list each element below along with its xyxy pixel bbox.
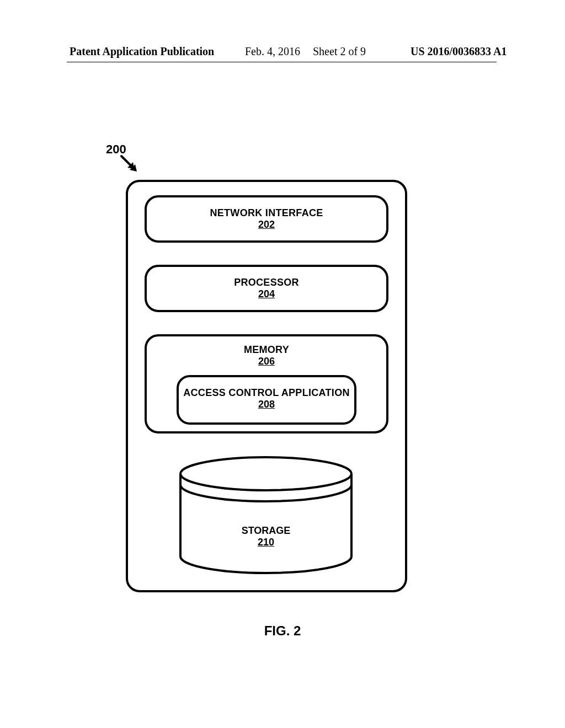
processor-label: PROCESSOR (147, 277, 386, 288)
device-block: NETWORK INTERFACE 202 PROCESSOR 204 MEMO… (126, 180, 407, 592)
reference-arrow-icon (119, 153, 141, 175)
header-rule (67, 62, 497, 62)
processor-num: 204 (147, 288, 386, 300)
access-control-block: ACCESS CONTROL APPLICATION 208 (177, 375, 356, 425)
header-docnum: US 2016/0036833 A1 (411, 45, 507, 58)
page: Patent Application Publication Feb. 4, 2… (0, 0, 565, 728)
storage-cylinder: STORAGE 210 (175, 454, 357, 576)
network-interface-label: NETWORK INTERFACE (147, 207, 386, 219)
memory-block: MEMORY 206 ACCESS CONTROL APPLICATION 20… (145, 334, 388, 433)
memory-label: MEMORY (147, 344, 386, 356)
access-control-label: ACCESS CONTROL APPLICATION (179, 387, 354, 399)
network-interface-block: NETWORK INTERFACE 202 (145, 195, 388, 243)
storage-num: 210 (175, 537, 357, 548)
svg-point-3 (180, 457, 351, 490)
storage-label: STORAGE (175, 525, 357, 537)
figure-caption: FIG. 2 (0, 623, 565, 639)
storage-label-group: STORAGE 210 (175, 525, 357, 548)
network-interface-num: 202 (147, 219, 386, 231)
header-date: Feb. 4, 2016 (245, 45, 300, 58)
memory-num: 206 (147, 356, 386, 367)
access-control-num: 208 (179, 399, 354, 410)
processor-block: PROCESSOR 204 (145, 265, 388, 312)
header-publication-type: Patent Application Publication (70, 45, 214, 58)
header-sheet: Sheet 2 of 9 (313, 45, 366, 58)
